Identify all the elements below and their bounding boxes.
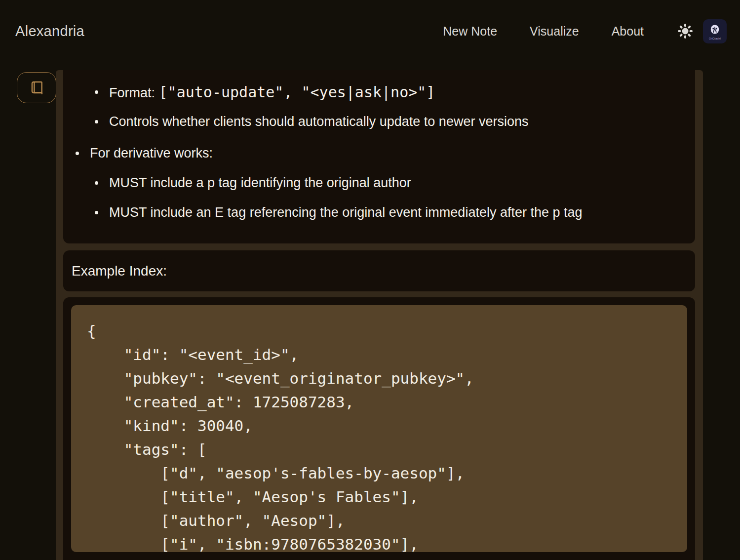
document-container: Format: ["auto-update", "<yes|ask|no>"]C… xyxy=(56,70,703,560)
nav-link-new-note[interactable]: New Note xyxy=(443,24,497,39)
citadel-helm-icon xyxy=(707,23,722,38)
example-code-card: { "id": "<event_id>", "pubkey": "<event_… xyxy=(63,297,695,560)
code-block: { "id": "<event_id>", "pubkey": "<event_… xyxy=(71,305,687,552)
bullet-dot xyxy=(95,120,98,123)
json-code: { "id": "<event_id>", "pubkey": "<event_… xyxy=(87,319,671,552)
sun-icon xyxy=(677,23,694,40)
top-nav: Alexandria New NoteVisualizeAbout xyxy=(0,0,740,62)
spec-rules-card: Format: ["auto-update", "<yes|ask|no>"]C… xyxy=(63,70,695,243)
bullet-text: For derivative works: xyxy=(90,146,213,161)
bullet-text: Format: ["auto-update", "<yes|ask|no>"] xyxy=(109,83,435,101)
bullet-dot xyxy=(95,90,98,94)
bullet-dot xyxy=(76,152,79,155)
bullet-item: MUST include a p tag identifying the ori… xyxy=(72,168,687,198)
bullet-list: Format: ["auto-update", "<yes|ask|no>"]C… xyxy=(72,77,687,227)
nav-link-visualize[interactable]: Visualize xyxy=(530,24,579,39)
sidebar-toggle-button[interactable] xyxy=(17,72,56,103)
inline-code: ["auto-update", "<yes|ask|no>"] xyxy=(159,83,435,101)
gitcitadel-logo[interactable]: GitCitadel xyxy=(703,19,727,43)
bullet-dot xyxy=(95,211,98,214)
bullet-item: For derivative works: xyxy=(72,138,687,168)
nav-link-about[interactable]: About xyxy=(612,24,644,39)
bullet-text: MUST include a p tag identifying the ori… xyxy=(109,175,411,191)
theme-toggle-button[interactable] xyxy=(676,22,694,40)
bullet-item: Controls whether clients should automati… xyxy=(72,107,687,136)
book-icon xyxy=(29,80,44,96)
brand-title[interactable]: Alexandria xyxy=(15,23,84,40)
bullet-item: Format: ["auto-update", "<yes|ask|no>"] xyxy=(72,77,687,107)
bullet-dot xyxy=(95,181,98,185)
bullet-text: Controls whether clients should automati… xyxy=(109,114,528,129)
bullet-text: MUST include an E tag referencing the or… xyxy=(109,205,583,220)
example-index-label: Example Index: xyxy=(72,263,167,279)
example-index-card: Example Index: xyxy=(63,250,695,291)
nav-links: New NoteVisualizeAbout xyxy=(443,24,644,39)
logo-label: GitCitadel xyxy=(709,37,721,40)
bullet-item: MUST include an E tag referencing the or… xyxy=(72,198,687,227)
